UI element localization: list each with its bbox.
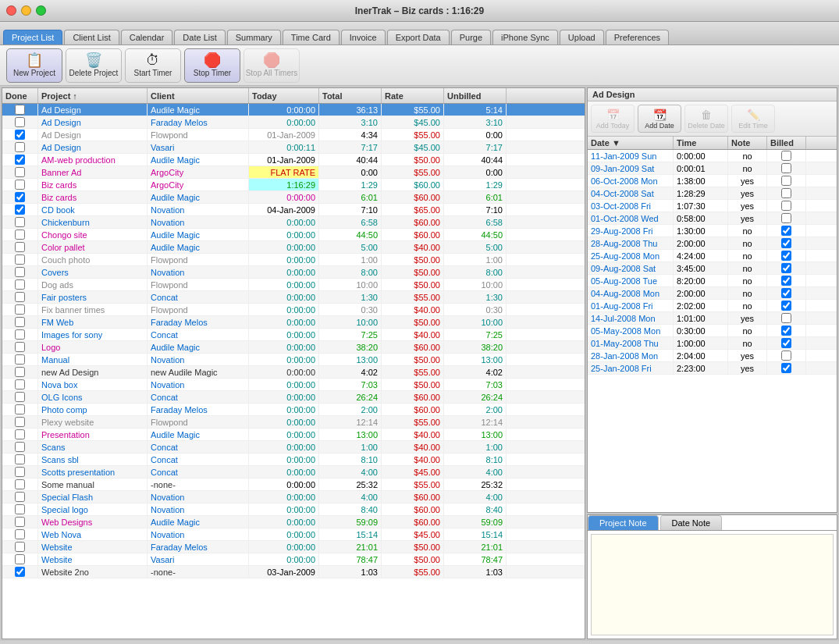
col-client[interactable]: Client bbox=[148, 88, 249, 103]
date-row[interactable]: 04-Aug-2008 Mon2:00:00no bbox=[588, 287, 837, 300]
table-row[interactable]: new Ad Designnew Audile Magic0:00:004:02… bbox=[2, 366, 585, 379]
edit-time-button[interactable]: ✏️ Edit Time bbox=[731, 105, 775, 133]
table-row[interactable]: Special FlashNovation0:00:004:00$60.004:… bbox=[2, 491, 585, 503]
date-row[interactable]: 01-Oct-2008 Wed0:58:00yes bbox=[588, 212, 837, 225]
new-project-button[interactable]: 📋 New Project bbox=[6, 48, 62, 83]
today-cell: 03-Jan-2009 bbox=[249, 566, 319, 578]
table-row[interactable]: WebsiteFaraday Melos0:00:0021:01$50.0021… bbox=[2, 541, 585, 553]
delete-date-button[interactable]: 🗑 Delete Date bbox=[684, 105, 728, 133]
table-row[interactable]: Color palletAudile Magic0:00:005:00$40.0… bbox=[2, 241, 585, 254]
nav-tab-export-data[interactable]: Export Data bbox=[387, 30, 450, 44]
date-row[interactable]: 25-Jan-2008 Fri2:23:00yes bbox=[588, 362, 837, 375]
note-textarea[interactable] bbox=[591, 534, 834, 635]
date-row[interactable]: 05-May-2008 Mon0:30:00no bbox=[588, 325, 837, 337]
table-row[interactable]: Chongo siteAudile Magic0:00:0044:50$60.0… bbox=[2, 229, 585, 241]
nav-tab-preferences[interactable]: Preferences bbox=[606, 30, 669, 44]
rate-cell: $40.00 bbox=[382, 329, 444, 340]
table-row[interactable]: PresentationAudile Magic0:00:0013:00$40.… bbox=[2, 429, 585, 441]
close-button[interactable] bbox=[6, 5, 16, 16]
nav-tab-iphone-sync[interactable]: iPhone Sync bbox=[492, 30, 558, 44]
table-row[interactable]: Ad DesignFaraday Melos0:00:003:10$45.003… bbox=[2, 116, 585, 129]
total-cell: 59:09 bbox=[319, 516, 382, 528]
client-name-cell: Flowpond bbox=[148, 129, 249, 141]
date-row[interactable]: 04-Oct-2008 Sat1:28:29yes bbox=[588, 187, 837, 200]
date-row[interactable]: 28-Aug-2008 Thu2:00:00no bbox=[588, 237, 837, 250]
nav-tab-time-card[interactable]: Time Card bbox=[283, 30, 340, 44]
start-timer-button[interactable]: ⏱ Start Timer bbox=[125, 48, 181, 83]
table-row[interactable]: Photo compFaraday Melos0:00:002:00$60.00… bbox=[2, 404, 585, 416]
table-row[interactable]: Ad DesignFlowpond01-Jan-20094:34$55.000:… bbox=[2, 129, 585, 141]
table-row[interactable]: FM WebFaraday Melos0:00:0010:00$50.0010:… bbox=[2, 316, 585, 329]
table-row[interactable]: Biz cardsAudile Magic0:00:006:01$60.006:… bbox=[2, 191, 585, 204]
rcol-date[interactable]: Date ▼ bbox=[588, 137, 674, 149]
table-row[interactable]: LogoAudile Magic0:00:0038:20$60.0038:20 bbox=[2, 341, 585, 354]
nav-tab-summary[interactable]: Summary bbox=[227, 30, 281, 44]
table-row[interactable]: Ad DesignVasari0:00:117:17$45.007:17 bbox=[2, 141, 585, 154]
table-row[interactable]: Web NovaNovation0:00:0015:14$45.0015:14 bbox=[2, 528, 585, 541]
nav-tab-project-list[interactable]: Project List bbox=[3, 30, 62, 44]
nav-tab-upload[interactable]: Upload bbox=[560, 30, 604, 44]
col-today[interactable]: Today bbox=[249, 88, 319, 103]
table-row[interactable]: CD bookNovation04-Jan-20097:10$65.007:10 bbox=[2, 204, 585, 216]
table-row[interactable]: ManualNovation0:00:0013:00$50.0013:00 bbox=[2, 354, 585, 366]
col-unbilled[interactable]: Unbilled bbox=[444, 88, 507, 103]
project-note-tab[interactable]: Project Note bbox=[588, 515, 659, 530]
table-row[interactable]: Dog adsFlowpond0:00:0010:00$50.0010:00 bbox=[2, 279, 585, 291]
stop-all-timers-button[interactable]: 🛑 Stop All Timers bbox=[244, 48, 300, 83]
table-row[interactable]: Nova boxNovation0:00:007:03$50.007:03 bbox=[2, 379, 585, 391]
total-cell: 4:00 bbox=[319, 491, 382, 503]
nav-tab-date-list[interactable]: Date List bbox=[174, 30, 225, 44]
table-row[interactable]: ScansConcat0:00:001:00$40.001:00 bbox=[2, 441, 585, 454]
table-row[interactable]: Plexy websiteFlowpond0:00:0012:14$55.001… bbox=[2, 416, 585, 429]
date-row[interactable]: 29-Aug-2008 Fri1:30:00no bbox=[588, 225, 837, 237]
date-row[interactable]: 06-Oct-2008 Mon1:38:00yes bbox=[588, 175, 837, 187]
table-row[interactable]: Some manual-none-0:00:0025:32$55.0025:32 bbox=[2, 479, 585, 491]
date-row[interactable]: 11-Jan-2009 Sun0:00:00no bbox=[588, 150, 837, 162]
total-cell: 1:00 bbox=[319, 254, 382, 265]
rate-cell: $65.00 bbox=[382, 204, 444, 215]
table-row[interactable]: Ad DesignAudile Magic0:00:0036:13$55.005… bbox=[2, 104, 585, 116]
stop-timer-button[interactable]: 🛑 Stop Timer bbox=[184, 48, 240, 83]
table-row[interactable]: Fix banner timesFlowpond0:00:000:30$40.0… bbox=[2, 304, 585, 316]
nav-tab-invoice[interactable]: Invoice bbox=[341, 30, 386, 44]
nav-tab-purge[interactable]: Purge bbox=[451, 30, 491, 44]
col-project[interactable]: Project ↑ bbox=[38, 88, 148, 103]
table-row[interactable]: Couch photoFlowpond0:00:001:00$50.001:00 bbox=[2, 254, 585, 266]
table-row[interactable]: CoversNovation0:00:008:00$50.008:00 bbox=[2, 266, 585, 279]
date-note-tab[interactable]: Date Note bbox=[660, 515, 723, 530]
table-row[interactable]: Web DesignsAudile Magic0:00:0059:09$60.0… bbox=[2, 516, 585, 528]
time-cell: 4:24:00 bbox=[674, 250, 728, 262]
date-row[interactable]: 05-Aug-2008 Tue8:20:00no bbox=[588, 275, 837, 287]
add-today-button[interactable]: 📅 Add Today bbox=[591, 105, 635, 133]
nav-tab-client-list[interactable]: Client List bbox=[64, 30, 119, 44]
delete-project-button[interactable]: 🗑️ Delete Project bbox=[66, 48, 122, 83]
date-row[interactable]: 09-Jan-2009 Sat0:00:01no bbox=[588, 162, 837, 175]
maximize-button[interactable] bbox=[36, 5, 46, 16]
date-row[interactable]: 01-May-2008 Thu1:00:00no bbox=[588, 337, 837, 350]
col-rate[interactable]: Rate bbox=[382, 88, 444, 103]
table-row[interactable]: Images for sonyConcat0:00:007:25$40.007:… bbox=[2, 329, 585, 341]
date-row[interactable]: 09-Aug-2008 Sat3:45:00no bbox=[588, 262, 837, 275]
date-row[interactable]: 28-Jan-2008 Mon2:04:00yes bbox=[588, 350, 837, 362]
minimize-button[interactable] bbox=[21, 5, 31, 16]
date-row[interactable]: 25-Aug-2008 Mon4:24:00no bbox=[588, 250, 837, 262]
date-row[interactable]: 14-Jul-2008 Mon1:01:00yes bbox=[588, 312, 837, 325]
table-row[interactable]: OLG IconsConcat0:00:0026:24$60.0026:24 bbox=[2, 391, 585, 404]
table-row[interactable]: Fair postersConcat0:00:001:30$55.001:30 bbox=[2, 291, 585, 304]
table-row[interactable]: Biz cardsArgoCity1:16:291:29$60.001:29 bbox=[2, 179, 585, 191]
table-row[interactable]: Website 2no-none-03-Jan-20091:03$55.001:… bbox=[2, 566, 585, 578]
project-name-cell: Biz cards bbox=[38, 179, 148, 190]
col-total[interactable]: Total bbox=[319, 88, 382, 103]
table-row[interactable]: WebsiteVasari0:00:0078:47$50.0078:47 bbox=[2, 553, 585, 566]
table-row[interactable]: Scotts presentationConcat0:00:004:00$45.… bbox=[2, 466, 585, 479]
table-row[interactable]: Special logoNovation0:00:008:40$60.008:4… bbox=[2, 503, 585, 516]
nav-tab-calendar[interactable]: Calendar bbox=[121, 30, 173, 44]
table-row[interactable]: AM-web productionAudile Magic01-Jan-2009… bbox=[2, 154, 585, 166]
total-cell: 8:40 bbox=[319, 503, 382, 515]
table-row[interactable]: Scans sblConcat0:00:008:10$40.008:10 bbox=[2, 454, 585, 466]
table-row[interactable]: ChickenburnNovation0:00:006:58$60.006:58 bbox=[2, 216, 585, 229]
add-date-button[interactable]: 📆 Add Date bbox=[638, 105, 681, 133]
date-row[interactable]: 01-Aug-2008 Fri2:02:00no bbox=[588, 300, 837, 312]
table-row[interactable]: Banner AdArgoCityFLAT RATE0:00$55.000:00 bbox=[2, 166, 585, 179]
date-row[interactable]: 03-Oct-2008 Fri1:07:30yes bbox=[588, 200, 837, 212]
